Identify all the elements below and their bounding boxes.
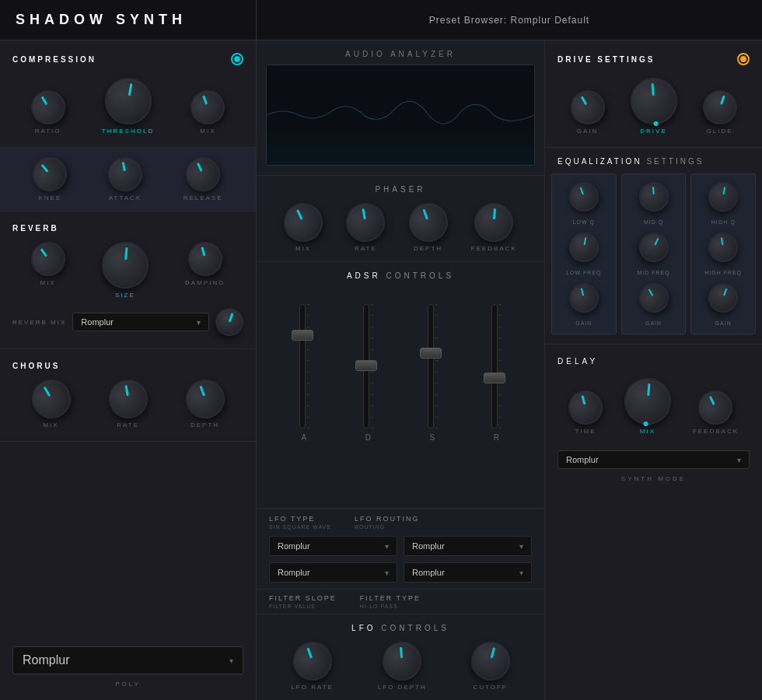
delay-time-label: TIME — [575, 428, 596, 435]
compression-indicator[interactable] — [231, 53, 243, 65]
adsr-fader-r: R — [473, 304, 522, 442]
adsr-label-accent: ADSR — [347, 271, 381, 280]
lfo-type-label: LFO TYPE — [269, 515, 331, 523]
fader-d-letter: D — [365, 433, 372, 442]
reverb-damping-label: DAMPING — [185, 279, 225, 286]
phaser-feedback-knob[interactable] — [473, 201, 515, 243]
lfo-rate-knob[interactable] — [288, 636, 337, 686]
lfo-dropdown-2-left[interactable]: Romplur ▾ — [269, 562, 397, 583]
fader-s-letter: S — [429, 433, 435, 442]
fader-a-track[interactable] — [299, 304, 306, 429]
chorus-rate-label: RATE — [117, 422, 139, 429]
fader-d-track[interactable] — [363, 304, 369, 429]
fader-d-handle[interactable] — [355, 360, 377, 371]
delay-time-knob[interactable] — [565, 387, 606, 429]
release-label: RELEASE — [184, 194, 223, 201]
delay-knobs-row: TIME MIX FEEDBACK — [558, 378, 750, 435]
fader-r-wrapper — [491, 304, 502, 429]
eq-mid-freq-knob[interactable] — [634, 228, 673, 267]
delay-feedback-knob-group: FEEDBACK — [693, 390, 739, 435]
fader-a-handle[interactable] — [292, 330, 313, 341]
phaser-rate-knob[interactable] — [343, 200, 388, 245]
svg-rect-0 — [267, 65, 534, 165]
drive-indicator[interactable] — [737, 53, 750, 65]
chorus-mix-label: MIX — [43, 422, 58, 429]
reverb-knobs-row: MIX SIZE DAMPING — [12, 242, 243, 299]
lfo-routing-col: LFO ROUTING ROUTING — [355, 515, 420, 530]
eq-high-gain-knob[interactable] — [704, 279, 743, 317]
phaser-rate-label: RATE — [355, 245, 377, 252]
lfo-routing-sublabel: ROUTING — [355, 524, 420, 530]
eq-mid-q-knob[interactable] — [638, 180, 669, 212]
filter-slope-label: FILTER SLOPE — [269, 594, 337, 602]
fader-s-handle[interactable] — [420, 348, 442, 359]
gain-knob-group: GAIN — [571, 90, 605, 135]
lfo-type-header: LFO TYPE SIN SQUARE WAVE LFO ROUTING ROU… — [269, 515, 532, 530]
drive-knob-group: DRIVE — [631, 78, 677, 135]
delay-feedback-knob[interactable] — [693, 385, 738, 430]
reverb-extra-knob[interactable] — [211, 304, 247, 340]
delay-dropdown[interactable]: Romplur ▾ — [558, 450, 750, 469]
reverb-mix-knob[interactable] — [24, 235, 72, 282]
reverb-section: REVERB MIX SIZE DAMPING REVERB MIX — [0, 212, 256, 349]
lfo-dropdown-1-right[interactable]: Romplur ▾ — [404, 536, 532, 556]
eq-low-freq-knob[interactable] — [567, 230, 601, 264]
lfo-cutoff-knob-group: CUTOFF — [471, 642, 510, 691]
gain-knob[interactable] — [564, 84, 610, 131]
eq-mid-gain-knob[interactable] — [634, 278, 674, 318]
mix-knob[interactable] — [186, 86, 229, 129]
attack-knob[interactable] — [106, 155, 145, 194]
phaser-mix-knob[interactable] — [278, 197, 329, 248]
eq-section: EQUALIZATION SETTINGS LOW Q LOW FREQ GAI… — [545, 148, 762, 345]
drive-section: DRIVE SETTINGS GAIN DRIVE GLIDE — [545, 40, 762, 148]
eq-low-freq-label: LOW FREQ — [566, 270, 601, 275]
fader-a-ticks — [307, 304, 309, 429]
chorus-rate-knob-group: RATE — [109, 380, 148, 429]
delay-title-accent: DELAY — [558, 357, 598, 366]
ratio-knob[interactable] — [25, 84, 72, 131]
lfo-depth-label: LFO DEPTH — [378, 684, 427, 691]
release-knob[interactable] — [180, 152, 225, 197]
phaser-feedback-label: FEEDBACK — [471, 245, 517, 252]
phaser-depth-knob[interactable] — [404, 198, 453, 247]
fader-r-track[interactable] — [491, 304, 498, 429]
preset-browser-label: Preset Browser: Romplur Default — [257, 0, 762, 40]
chorus-rate-knob[interactable] — [106, 376, 151, 422]
reverb-mix-dropdown[interactable]: Romplur ▾ — [72, 313, 209, 331]
header: SHADOW SYNTH Preset Browser: Romplur Def… — [0, 0, 762, 40]
delay-mix-knob[interactable] — [622, 376, 673, 426]
fader-r-handle[interactable] — [484, 373, 505, 383]
lfo-dropdown-2-right-value: Romplur — [412, 568, 445, 577]
lfo-depth-knob[interactable] — [381, 640, 423, 682]
delay-mix-label: MIX — [640, 428, 655, 435]
lfo-dropdown-2-left-value: Romplur — [278, 568, 310, 577]
fader-s-track[interactable] — [428, 304, 434, 429]
eq-high-gain-label: GAIN — [715, 320, 732, 326]
reverb-size-knob[interactable] — [100, 240, 150, 290]
lfo-dropdown-2-left-chevron: ▾ — [385, 569, 389, 577]
lfo-dropdown-1-left[interactable]: Romplur ▾ — [269, 536, 397, 556]
lfo-dropdown-2-right-chevron: ▾ — [519, 569, 523, 577]
compression-title-text: COMPRESSION — [12, 55, 96, 64]
chorus-mix-knob[interactable] — [24, 373, 77, 425]
mix-label: MIX — [200, 128, 215, 135]
lfo-cutoff-knob[interactable] — [467, 637, 514, 684]
eq-high-q-knob[interactable] — [706, 180, 740, 214]
reverb-damping-knob[interactable] — [184, 238, 226, 280]
eq-high-freq-knob[interactable] — [706, 230, 740, 264]
poly-dropdown[interactable]: Romplur ▾ — [12, 646, 243, 674]
lfo-depth-knob-group: LFO DEPTH — [378, 642, 427, 691]
fader-s-wrapper — [428, 304, 438, 429]
eq-low-gain-knob[interactable] — [566, 280, 603, 317]
eq-low-q-knob[interactable] — [565, 178, 603, 216]
reverb-dropdown-value: Romplur — [81, 317, 114, 327]
drive-knob-dot — [653, 121, 659, 127]
drive-knob[interactable] — [628, 75, 679, 126]
glide-knob[interactable] — [697, 86, 741, 129]
filter-type-label: FILTER TYPE — [360, 594, 421, 602]
threshold-knob[interactable] — [101, 74, 156, 128]
lfo-dropdown-2-right[interactable]: Romplur ▾ — [404, 562, 532, 583]
chorus-depth-knob[interactable] — [180, 374, 229, 424]
left-panel: COMPRESSION RATIO THRESHOLD MIX — [0, 40, 257, 700]
knee-knob[interactable] — [26, 150, 74, 198]
